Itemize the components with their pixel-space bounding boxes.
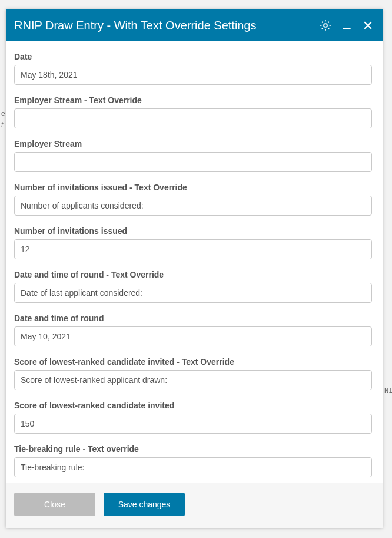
employer-stream-input[interactable] [14, 152, 372, 172]
titlebar-actions [319, 19, 374, 32]
titlebar: RNIP Draw Entry - With Text Override Set… [6, 9, 383, 41]
round-datetime-input[interactable] [14, 326, 372, 346]
svg-point-0 [324, 24, 327, 27]
dialog-footer: Close Save changes [6, 483, 383, 528]
dialog-title: RNIP Draw Entry - With Text Override Set… [14, 19, 319, 32]
employer-stream-label: Employer Stream [14, 139, 372, 148]
close-button[interactable]: Close [14, 493, 95, 516]
score-override-label: Score of lowest-ranked candidate invited… [14, 357, 372, 367]
tiebreak-override-label: Tie-breaking rule - Text override [14, 444, 372, 454]
close-icon[interactable] [361, 19, 374, 32]
employer-stream-override-label: Employer Stream - Text Override [14, 95, 372, 105]
num-invitations-override-label: Number of invitations issued - Text Over… [14, 183, 372, 192]
modal-dialog: RNIP Draw Entry - With Text Override Set… [6, 9, 383, 528]
num-invitations-label: Number of invitations issued [14, 226, 372, 236]
num-invitations-input[interactable] [14, 239, 372, 259]
score-override-input[interactable] [14, 370, 372, 390]
round-datetime-override-label: Date and time of round - Text Override [14, 270, 372, 279]
gear-icon[interactable] [319, 19, 332, 32]
date-input[interactable] [14, 65, 372, 85]
score-label: Score of lowest-ranked candidate invited [14, 401, 372, 410]
bg-text-fragment: t [1, 121, 3, 129]
bg-text-fragment: e [1, 110, 5, 118]
save-button[interactable]: Save changes [104, 493, 185, 516]
date-label: Date [14, 52, 372, 61]
tiebreak-override-input[interactable] [14, 457, 372, 477]
form-body[interactable]: Date Employer Stream - Text Override Emp… [6, 41, 383, 483]
round-datetime-label: Date and time of round [14, 313, 372, 323]
num-invitations-override-input[interactable] [14, 196, 372, 216]
round-datetime-override-input[interactable] [14, 283, 372, 303]
minimize-icon[interactable] [340, 19, 353, 32]
bg-text-fragment: NI [384, 387, 392, 395]
score-input[interactable] [14, 414, 372, 434]
employer-stream-override-input[interactable] [14, 108, 372, 128]
